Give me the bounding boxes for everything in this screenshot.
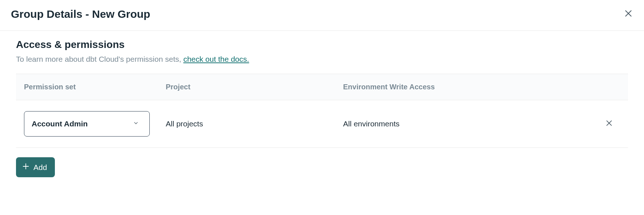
- th-permission-set: Permission set: [24, 83, 166, 91]
- section-description: To learn more about dbt Cloud's permissi…: [16, 55, 628, 64]
- page-title: Group Details - New Group: [11, 8, 150, 20]
- th-actions: [598, 83, 620, 91]
- add-button-label: Add: [33, 163, 47, 172]
- th-environment: Environment Write Access: [343, 83, 598, 91]
- desc-text: To learn more about dbt Cloud's permissi…: [16, 55, 183, 63]
- cell-project: All projects: [166, 119, 343, 128]
- permissions-table: Permission set Project Environment Write…: [16, 74, 628, 148]
- dialog-header: Group Details - New Group: [0, 0, 644, 31]
- close-dialog-button[interactable]: [624, 9, 633, 20]
- section-title: Access & permissions: [16, 39, 628, 50]
- close-icon: [605, 122, 613, 128]
- content-area: Access & permissions To learn more about…: [0, 31, 644, 188]
- th-project: Project: [166, 83, 343, 91]
- cell-permission-set: Account Admin: [24, 111, 166, 137]
- table-header-row: Permission set Project Environment Write…: [16, 74, 628, 100]
- add-button[interactable]: Add: [16, 157, 55, 177]
- remove-row-button[interactable]: [605, 119, 613, 129]
- docs-link[interactable]: check out the docs.: [183, 55, 249, 63]
- close-icon: [624, 9, 633, 20]
- cell-environment: All environments: [343, 119, 598, 128]
- permission-selected-value: Account Admin: [32, 119, 88, 128]
- permission-set-select[interactable]: Account Admin: [24, 111, 150, 137]
- table-row: Account Admin All projects All environme…: [16, 100, 628, 147]
- plus-icon: [22, 162, 30, 172]
- cell-actions: [598, 119, 620, 129]
- permission-select-wrap: Account Admin: [24, 111, 150, 137]
